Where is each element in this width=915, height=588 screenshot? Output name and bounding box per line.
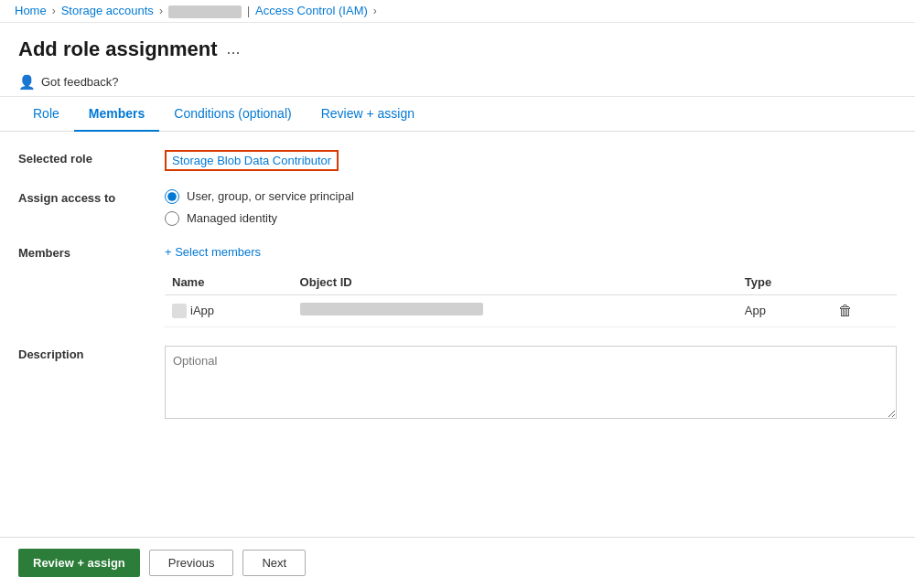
member-object-id bbox=[293, 294, 737, 326]
radio-managed-identity-input[interactable] bbox=[165, 211, 179, 226]
tab-conditions[interactable]: Conditions (optional) bbox=[159, 97, 306, 132]
assign-access-options: User, group, or service principal Manage… bbox=[165, 189, 897, 226]
delete-icon[interactable]: 🗑 bbox=[838, 303, 853, 318]
feedback-label[interactable]: Got feedback? bbox=[41, 75, 119, 89]
radio-user-group-input[interactable] bbox=[165, 189, 179, 204]
col-type: Type bbox=[737, 270, 831, 295]
assign-access-label: Assign access to bbox=[18, 189, 165, 205]
app-icon bbox=[172, 304, 187, 318]
members-table-header: Name Object ID Type bbox=[165, 270, 897, 295]
members-value: + Select members Name Object ID Type bbox=[165, 244, 897, 327]
feedback-icon: 👤 bbox=[18, 74, 36, 91]
members-label: Members bbox=[18, 244, 165, 260]
select-members-link[interactable]: + Select members bbox=[165, 245, 261, 259]
member-delete[interactable]: 🗑 bbox=[831, 294, 897, 326]
col-name: Name bbox=[165, 270, 293, 295]
radio-user-group-label: User, group, or service principal bbox=[187, 189, 354, 203]
breadcrumb-sep-4: › bbox=[373, 5, 377, 17]
table-row: iApp App 🗑 bbox=[165, 294, 897, 326]
members-table-body: iApp App 🗑 bbox=[165, 294, 897, 326]
members-row: Members + Select members Name Object ID … bbox=[18, 244, 897, 327]
table-header-row: Name Object ID Type bbox=[165, 270, 897, 295]
selected-role-label: Selected role bbox=[18, 150, 165, 166]
ellipsis-button[interactable]: ... bbox=[227, 39, 241, 59]
member-name: iApp bbox=[165, 294, 293, 326]
radio-managed-identity-label: Managed identity bbox=[187, 211, 277, 225]
object-id-blurred bbox=[300, 303, 483, 315]
breadcrumb-bar: Home › Storage accounts › | Access Contr… bbox=[0, 0, 915, 23]
breadcrumb: Home › Storage accounts › | Access Contr… bbox=[15, 4, 900, 18]
radio-managed-identity[interactable]: Managed identity bbox=[165, 211, 897, 226]
feedback-bar: 👤 Got feedback? bbox=[0, 69, 915, 97]
tab-bar: Role Members Conditions (optional) Revie… bbox=[0, 97, 915, 132]
breadcrumb-sep-3: | bbox=[247, 5, 250, 17]
selected-role-row: Selected role Storage Blob Data Contribu… bbox=[18, 150, 897, 171]
form-content: Selected role Storage Blob Data Contribu… bbox=[0, 132, 915, 458]
breadcrumb-home[interactable]: Home bbox=[15, 4, 47, 17]
tab-review-assign[interactable]: Review + assign bbox=[307, 97, 429, 132]
col-object-id: Object ID bbox=[293, 270, 737, 295]
selected-role-box[interactable]: Storage Blob Data Contributor bbox=[165, 150, 339, 171]
breadcrumb-storage-accounts[interactable]: Storage accounts bbox=[61, 4, 154, 17]
breadcrumb-sep-1: › bbox=[52, 5, 56, 17]
radio-group: User, group, or service principal Manage… bbox=[165, 189, 897, 226]
breadcrumb-iam[interactable]: Access Control (IAM) bbox=[255, 4, 368, 17]
members-table: Name Object ID Type iApp bbox=[165, 270, 897, 327]
page-header: Add role assignment ... bbox=[0, 23, 915, 69]
select-members-link-text: + Select members bbox=[165, 245, 261, 259]
member-name-text: iApp bbox=[190, 304, 214, 317]
radio-user-group[interactable]: User, group, or service principal bbox=[165, 189, 897, 204]
description-row: Description bbox=[18, 346, 897, 422]
description-textarea[interactable] bbox=[165, 346, 897, 419]
tab-members[interactable]: Members bbox=[74, 97, 159, 132]
col-actions bbox=[831, 270, 897, 295]
breadcrumb-sep-2: › bbox=[159, 5, 163, 17]
member-type: App bbox=[737, 294, 831, 326]
tab-role[interactable]: Role bbox=[18, 97, 74, 132]
selected-role-value: Storage Blob Data Contributor bbox=[165, 150, 897, 171]
assign-access-row: Assign access to User, group, or service… bbox=[18, 189, 897, 226]
description-label: Description bbox=[18, 346, 165, 361]
description-value[interactable] bbox=[165, 346, 897, 422]
breadcrumb-account[interactable] bbox=[168, 4, 242, 18]
page-title: Add role assignment bbox=[18, 37, 218, 61]
